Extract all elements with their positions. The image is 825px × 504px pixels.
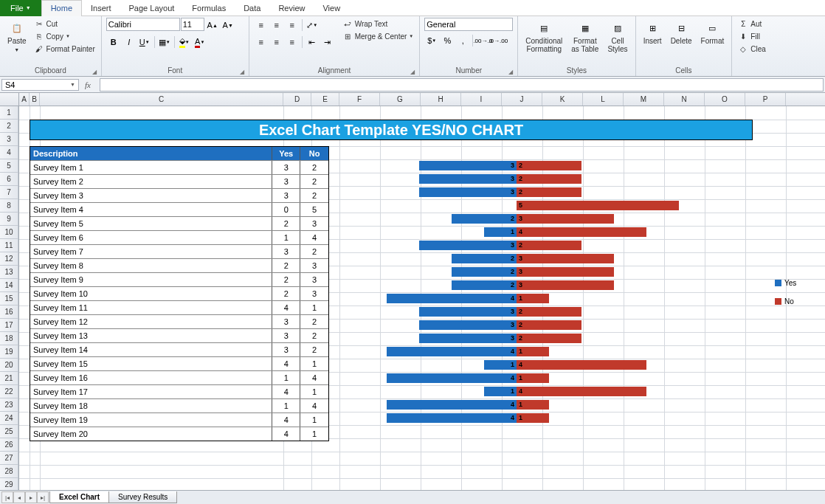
dialog-launcher-icon[interactable]: ◢: [92, 69, 97, 75]
col-header-J[interactable]: J: [502, 93, 542, 106]
row-header-23[interactable]: 23: [0, 398, 18, 412]
increase-indent-button[interactable]: ⇥: [320, 35, 335, 49]
col-header-G[interactable]: G: [380, 93, 421, 106]
clear-button[interactable]: ◇Clea: [736, 43, 767, 55]
table-row[interactable]: Survey Item 132: [30, 160, 328, 174]
tab-data[interactable]: Data: [235, 0, 269, 16]
row-header-3[interactable]: 3: [0, 133, 18, 146]
table-row[interactable]: Survey Item 2041: [30, 427, 328, 441]
row-header-21[interactable]: 21: [0, 372, 18, 385]
col-header-M[interactable]: M: [624, 93, 664, 106]
sheet-tab-survey-results[interactable]: Survey Results: [108, 491, 177, 503]
table-row[interactable]: Survey Item 1232: [30, 314, 328, 328]
row-header-7[interactable]: 7: [0, 186, 18, 199]
align-middle-button[interactable]: ≡: [269, 18, 284, 32]
col-header-K[interactable]: K: [542, 93, 583, 106]
cut-button[interactable]: ✂Cut: [32, 18, 97, 30]
font-color-button[interactable]: A▼: [193, 35, 207, 49]
table-row[interactable]: Survey Item 1141: [30, 300, 328, 314]
col-header-C[interactable]: C: [40, 93, 283, 106]
worksheet[interactable]: ABCDEFGHIJKLMNOP 12345678910111213141516…: [0, 93, 825, 491]
comma-button[interactable]: ,: [455, 33, 470, 48]
col-header-B[interactable]: B: [30, 93, 40, 106]
align-left-button[interactable]: ≡: [254, 35, 269, 49]
bold-button[interactable]: B: [106, 35, 121, 49]
decrease-indent-button[interactable]: ⇤: [305, 35, 320, 49]
select-all-corner[interactable]: [0, 93, 19, 106]
merge-center-button[interactable]: ⊞Merge & Center ▼: [341, 30, 415, 42]
align-bottom-button[interactable]: ≡: [285, 18, 300, 32]
tab-view[interactable]: View: [314, 0, 349, 16]
table-row[interactable]: Survey Item 1814: [30, 398, 328, 412]
col-header-I[interactable]: I: [461, 93, 502, 106]
row-header-20[interactable]: 20: [0, 359, 18, 372]
row-header-12[interactable]: 12: [0, 252, 18, 266]
row-header-8[interactable]: 8: [0, 199, 18, 213]
copy-button[interactable]: ⎘Copy ▼: [32, 30, 97, 42]
row-header-28[interactable]: 28: [0, 465, 18, 478]
wrap-text-button[interactable]: ⮐Wrap Text: [341, 18, 415, 30]
tab-review[interactable]: Review: [269, 0, 314, 16]
format-as-table-button[interactable]: ▦Format as Table: [568, 18, 601, 55]
col-header-L[interactable]: L: [583, 93, 624, 106]
row-header-10[interactable]: 10: [0, 226, 18, 239]
row-header-27[interactable]: 27: [0, 452, 18, 465]
col-header-A[interactable]: A: [19, 93, 30, 106]
format-painter-button[interactable]: 🖌Format Painter: [32, 43, 97, 55]
insert-cells-button[interactable]: ⊞Insert: [641, 18, 665, 46]
delete-cells-button[interactable]: ⊟Delete: [668, 18, 695, 46]
table-row[interactable]: Survey Item 523: [30, 216, 328, 230]
table-row[interactable]: Survey Item 405: [30, 202, 328, 216]
row-header-25[interactable]: 25: [0, 425, 18, 438]
paste-button[interactable]: 📋 Paste▼: [4, 18, 30, 55]
table-row[interactable]: Survey Item 1432: [30, 342, 328, 356]
row-header-15[interactable]: 15: [0, 292, 18, 305]
row-header-16[interactable]: 16: [0, 305, 18, 319]
accounting-button[interactable]: $▼: [424, 33, 439, 48]
col-header-P[interactable]: P: [745, 93, 786, 106]
fill-color-button[interactable]: ⬙▼: [177, 35, 192, 49]
row-header-11[interactable]: 11: [0, 239, 18, 252]
tab-home[interactable]: Home: [41, 0, 82, 16]
tab-nav-first[interactable]: |◂: [1, 491, 13, 503]
font-name-select[interactable]: [106, 18, 180, 31]
cell-styles-button[interactable]: ▨Cell Styles: [604, 18, 630, 55]
sheet-tab-excel-chart[interactable]: Excel Chart: [49, 491, 109, 503]
col-header-N[interactable]: N: [664, 93, 705, 106]
align-center-button[interactable]: ≡: [269, 35, 284, 49]
orientation-button[interactable]: ⤢▼: [305, 18, 320, 32]
col-header-O[interactable]: O: [705, 93, 745, 106]
shrink-font-button[interactable]: A▼: [221, 18, 235, 32]
file-tab[interactable]: File ▼: [0, 0, 41, 16]
font-size-select[interactable]: [181, 18, 204, 31]
dialog-launcher-icon[interactable]: ◢: [410, 69, 415, 75]
conditional-formatting-button[interactable]: ▤Conditional Formatting: [522, 18, 565, 55]
tab-insert[interactable]: Insert: [82, 0, 120, 16]
dialog-launcher-icon[interactable]: ◢: [508, 69, 513, 75]
row-header-22[interactable]: 22: [0, 385, 18, 398]
table-row[interactable]: Survey Item 732: [30, 244, 328, 258]
border-button[interactable]: ▦▼: [157, 35, 172, 49]
fill-button[interactable]: ⬇Fill: [736, 30, 767, 42]
align-right-button[interactable]: ≡: [285, 35, 300, 49]
align-top-button[interactable]: ≡: [254, 18, 269, 32]
number-format-select[interactable]: [424, 18, 513, 31]
increase-decimal-button[interactable]: .00→.0: [475, 33, 490, 48]
table-row[interactable]: Survey Item 1332: [30, 328, 328, 342]
row-header-18[interactable]: 18: [0, 332, 18, 345]
col-header-F[interactable]: F: [339, 93, 380, 106]
row-header-9[interactable]: 9: [0, 213, 18, 226]
table-row[interactable]: Survey Item 1023: [30, 286, 328, 300]
autosum-button[interactable]: ΣAut: [736, 18, 767, 30]
table-row[interactable]: Survey Item 1741: [30, 384, 328, 398]
tab-nav-last[interactable]: ▸|: [37, 491, 49, 503]
dialog-launcher-icon[interactable]: ◢: [240, 69, 244, 75]
table-row[interactable]: Survey Item 232: [30, 174, 328, 188]
row-header-1[interactable]: 1: [0, 106, 18, 120]
tab-nav-prev[interactable]: ◂: [13, 491, 25, 503]
fx-button[interactable]: fx: [80, 80, 95, 89]
row-header-4[interactable]: 4: [0, 146, 18, 159]
grow-font-button[interactable]: A▲: [205, 18, 220, 32]
row-header-19[interactable]: 19: [0, 345, 18, 359]
format-cells-button[interactable]: ▭Format: [698, 18, 728, 46]
